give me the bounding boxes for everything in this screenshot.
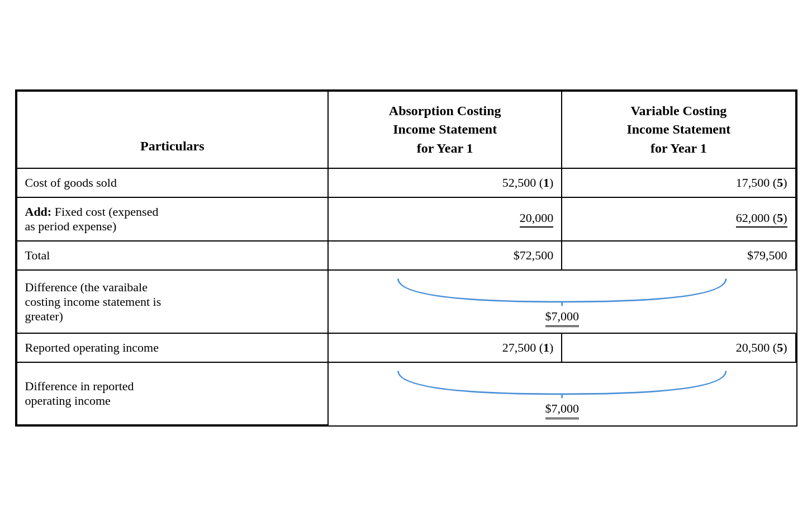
header-particulars: Particulars: [17, 91, 329, 169]
header-variable-label: Variable CostingIncome Statementfor Year…: [626, 103, 730, 155]
income-statement-table: Particulars Absorption CostingIncome Sta…: [16, 91, 796, 426]
header-row: Particulars Absorption CostingIncome Sta…: [17, 91, 796, 169]
fixed-cost-row: Add: Fixed cost (expensedas period expen…: [17, 197, 796, 241]
diff-income-row: Difference in reportedoperating income $…: [17, 362, 796, 425]
reported-label: Reported operating income: [17, 333, 329, 362]
header-particulars-label: Particulars: [140, 139, 205, 153]
cogs-difference-row: Difference (the varaibalecosting income …: [17, 270, 796, 333]
diff-income-label: Difference in reportedoperating income: [17, 362, 329, 425]
cogs-brace-svg: [340, 276, 784, 307]
header-variable: Variable CostingIncome Statementfor Year…: [562, 91, 795, 169]
header-absorption: Absorption CostingIncome Statementfor Ye…: [328, 91, 562, 169]
total-variable-value: $79,500: [562, 241, 795, 270]
diff-income-brace-svg: [340, 368, 784, 399]
diff-income-brace-cell: $7,000: [328, 362, 795, 425]
reported-variable-value: 20,500 (5): [562, 333, 795, 362]
total-absorption-value: $72,500: [328, 241, 562, 270]
cogs-difference-label: Difference (the varaibalecosting income …: [17, 270, 329, 333]
cogs-difference-brace-cell: $7,000: [328, 270, 795, 333]
cogs-brace-value: $7,000: [545, 309, 580, 327]
main-table-wrapper: Particulars Absorption CostingIncome Sta…: [15, 89, 797, 427]
reported-absorption-value: 27,500 (1): [328, 333, 562, 362]
total-label: Total: [17, 241, 329, 270]
cogs-row: Cost of goods sold 52,500 (1) 17,500 (5): [17, 168, 796, 197]
diff-income-brace-container: $7,000: [329, 363, 795, 425]
fixed-cost-variable-value: 62,000 (5): [562, 197, 795, 241]
reported-row: Reported operating income 27,500 (1) 20,…: [17, 333, 796, 362]
cogs-absorption-value: 52,500 (1): [328, 168, 562, 197]
cogs-brace-container: $7,000: [329, 271, 795, 333]
header-absorption-label: Absorption CostingIncome Statementfor Ye…: [389, 103, 501, 155]
cogs-variable-value: 17,500 (5): [562, 168, 795, 197]
fixed-cost-label: Add: Fixed cost (expensedas period expen…: [17, 197, 329, 241]
fixed-cost-absorption-value: 20,000: [328, 197, 562, 241]
diff-income-brace-value: $7,000: [545, 401, 580, 419]
total-row: Total $72,500 $79,500: [17, 241, 796, 270]
cogs-label: Cost of goods sold: [17, 168, 329, 197]
